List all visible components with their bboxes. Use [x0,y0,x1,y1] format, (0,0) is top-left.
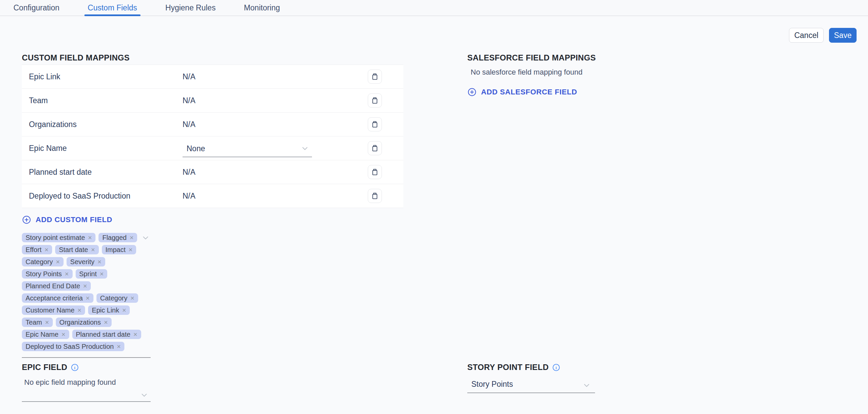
custom-field-chip[interactable]: Planned End Date× [22,281,91,291]
salesforce-field-mappings-section: SALESFORCE FIELD MAPPINGS No salesforce … [467,53,807,97]
chip-remove-icon[interactable]: × [117,343,121,350]
custom-fields-multiselect[interactable]: Story point estimate×Flagged×Effort×Star… [22,233,151,358]
mapping-value-text: N/A [183,96,195,105]
chip-remove-icon[interactable]: × [104,319,108,326]
tab-monitoring[interactable]: Monitoring [244,0,280,15]
chip-row: Acceptance criteria×Category× [22,293,151,303]
mapping-field-label: Epic Name [29,144,183,153]
custom-field-chip[interactable]: Story point estimate× [22,233,95,242]
chip-remove-icon[interactable]: × [130,295,134,301]
chip-remove-icon[interactable]: × [88,234,92,241]
chevron-down-icon [301,144,309,153]
custom-field-chip[interactable]: Customer Name× [22,306,85,315]
mapping-value-text: N/A [183,192,195,201]
chip-remove-icon[interactable]: × [45,319,49,326]
story-point-field-select[interactable]: Story Points [467,376,595,393]
save-button[interactable]: Save [829,28,857,43]
info-icon[interactable] [552,363,560,372]
cancel-button[interactable]: Cancel [789,28,824,43]
epic-field-select[interactable] [22,387,151,402]
chip-label: Flagged [102,234,126,242]
chip-remove-icon[interactable]: × [83,283,87,289]
chip-remove-icon[interactable]: × [44,246,49,253]
add-salesforce-field-button[interactable]: ADD SALESFORCE FIELD [467,87,577,97]
delete-mapping-button[interactable] [368,165,382,179]
chip-remove-icon[interactable]: × [133,331,137,338]
chip-remove-icon[interactable]: × [56,258,60,265]
epic-field-title: EPIC FIELD [22,362,67,372]
custom-field-chip[interactable]: Story Points× [22,269,72,279]
trash-icon [371,96,379,104]
plus-circle-icon [467,87,477,97]
custom-field-mapping-row: Epic NameNone [22,136,403,160]
salesforce-field-mappings-title: SALESFORCE FIELD MAPPINGS [467,53,807,63]
trash-icon [371,120,379,128]
trash-icon [371,72,379,81]
chip-label: Planned End Date [26,282,80,290]
mapping-value-select[interactable]: None [183,140,312,157]
chip-remove-icon[interactable]: × [86,295,90,301]
chip-remove-icon[interactable]: × [100,270,104,277]
delete-mapping-button[interactable] [368,141,382,155]
custom-field-chip[interactable]: Deployed to SaaS Production× [22,342,124,351]
custom-field-mappings-section: CUSTOM FIELD MAPPINGS Epic LinkN/ATeamN/… [22,53,403,358]
info-icon[interactable] [71,363,79,372]
chip-label: Epic Link [92,307,119,314]
chip-row: Deployed to SaaS Production× [22,342,151,351]
chip-row: Team×Organizations× [22,318,151,327]
custom-field-chip[interactable]: Impact× [102,245,136,254]
story-point-field-title: STORY POINT FIELD [467,362,549,372]
chip-remove-icon[interactable]: × [129,246,133,253]
chip-label: Acceptance criteria [26,294,83,302]
custom-field-chip[interactable]: Effort× [22,245,52,254]
chip-row: Category×Severity× [22,257,151,266]
delete-mapping-button[interactable] [368,93,382,107]
tab-bar: Configuration Custom Fields Hygiene Rule… [0,0,868,16]
delete-mapping-button[interactable] [368,69,382,84]
trash-icon [371,144,379,152]
trash-icon [371,192,379,200]
tab-configuration[interactable]: Configuration [13,0,60,15]
chip-remove-icon[interactable]: × [130,234,134,241]
add-custom-field-label: ADD CUSTOM FIELD [36,215,112,224]
custom-field-chip[interactable]: Organizations× [56,318,112,327]
custom-field-mappings-title: CUSTOM FIELD MAPPINGS [22,53,403,63]
custom-field-chip[interactable]: Start date× [55,245,98,254]
delete-mapping-button[interactable] [368,189,382,203]
mapping-value-text: N/A [183,72,195,81]
mapping-field-label: Team [29,96,183,105]
custom-field-chip[interactable]: Epic Name× [22,330,69,339]
custom-field-mapping-row: TeamN/A [22,89,403,113]
chip-row: Story point estimate×Flagged× [22,233,151,242]
chip-label: Category [100,294,127,302]
chip-label: Impact [105,246,126,254]
chip-label: Epic Name [26,331,59,339]
custom-field-chip[interactable]: Flagged× [98,233,137,242]
chip-remove-icon[interactable]: × [122,307,126,314]
custom-field-mapping-row: Epic LinkN/A [22,65,403,89]
custom-field-chip[interactable]: Sprint× [75,269,107,279]
chip-remove-icon[interactable]: × [91,246,95,253]
chevron-down-icon [140,391,149,400]
custom-field-chip[interactable]: Category× [96,293,138,303]
tab-custom-fields[interactable]: Custom Fields [88,0,137,15]
chip-remove-icon[interactable]: × [65,270,69,277]
custom-field-chip[interactable]: Category× [22,257,64,266]
custom-field-chip[interactable]: Epic Link× [88,306,130,315]
chip-label: Team [26,319,42,326]
custom-field-chip[interactable]: Severity× [67,257,105,266]
mapping-value-text: N/A [183,120,195,129]
chip-remove-icon[interactable]: × [78,307,82,314]
custom-field-chip[interactable]: Team× [22,318,53,327]
chip-label: Sprint [79,270,97,278]
chip-remove-icon[interactable]: × [62,331,66,338]
story-point-field-section: STORY POINT FIELD Story Points [467,362,595,393]
custom-field-chip[interactable]: Acceptance criteria× [22,293,93,303]
chip-remove-icon[interactable]: × [97,258,101,265]
custom-field-chip[interactable]: Planned start date× [72,330,141,339]
delete-mapping-button[interactable] [368,117,382,131]
tab-hygiene-rules[interactable]: Hygiene Rules [165,0,216,15]
chevron-down-icon[interactable] [141,233,150,242]
add-custom-field-button[interactable]: ADD CUSTOM FIELD [22,215,112,225]
story-point-field-select-value: Story Points [471,380,595,389]
